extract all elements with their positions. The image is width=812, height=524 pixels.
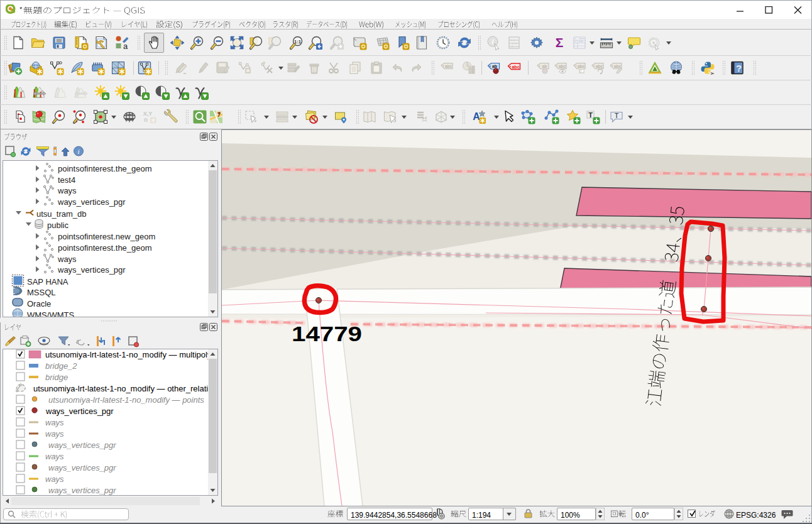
svg-text:utsunomiya-lrt-latest-1-no_mod: utsunomiya-lrt-latest-1-no_modify — mult… (45, 350, 208, 359)
svg-text:ways: ways (57, 254, 77, 264)
svg-text:utsunomiya-lrt-latest-1-no_mod: utsunomiya-lrt-latest-1-no_modify — othe… (33, 384, 208, 393)
svg-text:Σ: Σ (556, 35, 564, 50)
svg-text:SAP HANA: SAP HANA (27, 277, 69, 287)
svg-text:ways_vertices_pgr: ways_vertices_pgr (57, 197, 126, 207)
svg-text:Oracle: Oracle (27, 299, 51, 308)
svg-text:14779: 14779 (292, 322, 362, 346)
svg-text:ways_vertices_pgr: ways_vertices_pgr (45, 407, 114, 416)
svg-text:pointsofinterest.new_geom: pointsofinterest.new_geom (58, 232, 155, 241)
svg-text:utsunomiya-lrt-latest-1-no_mod: utsunomiya-lrt-latest-1-no_modify — poin… (48, 395, 204, 405)
svg-text:public: public (47, 221, 69, 230)
svg-text:WMS/WMTS: WMS/WMTS (27, 310, 74, 317)
svg-text:i: i (77, 148, 79, 155)
svg-text:ways_vertices_pgr: ways_vertices_pgr (57, 265, 126, 275)
svg-text:ways: ways (57, 186, 77, 195)
svg-text:1:1: 1:1 (294, 39, 301, 45)
svg-text:pointsofinterest.the_geom: pointsofinterest.the_geom (58, 164, 152, 173)
svg-text:T: T (615, 112, 619, 119)
svg-text:a: a (123, 41, 128, 51)
svg-text:abc: abc (559, 64, 566, 68)
svg-text:pointsofinterest.the_geom: pointsofinterest.the_geom (58, 243, 152, 253)
svg-text:ways: ways (45, 474, 64, 484)
svg-text:?: ? (736, 63, 742, 74)
svg-text:utsu_tram_db: utsu_tram_db (36, 209, 87, 219)
svg-text:ab: ab (542, 64, 547, 68)
svg-text:ways: ways (45, 429, 64, 439)
svg-text:abc: abc (445, 64, 453, 68)
svg-text:bridge: bridge (45, 373, 68, 382)
svg-text:abc: abc (578, 64, 585, 68)
svg-text:ways_vertices_pgr: ways_vertices_pgr (48, 463, 116, 472)
svg-text:ways_vertices_pgr: ways_vertices_pgr (48, 486, 116, 495)
svg-text:ways: ways (45, 418, 64, 427)
svg-text:MSSQL: MSSQL (27, 288, 56, 297)
svg-text:test4: test4 (58, 175, 75, 185)
svg-text:abc: abc (596, 64, 603, 68)
svg-text:X,Y: X,Y (143, 111, 153, 117)
svg-text:ways: ways (45, 452, 64, 461)
svg-text:T: T (588, 111, 593, 119)
svg-text:abc: abc (512, 65, 519, 69)
svg-text:ways_vertices_pgr: ways_vertices_pgr (48, 440, 116, 450)
svg-text:bridge_2: bridge_2 (45, 361, 77, 371)
